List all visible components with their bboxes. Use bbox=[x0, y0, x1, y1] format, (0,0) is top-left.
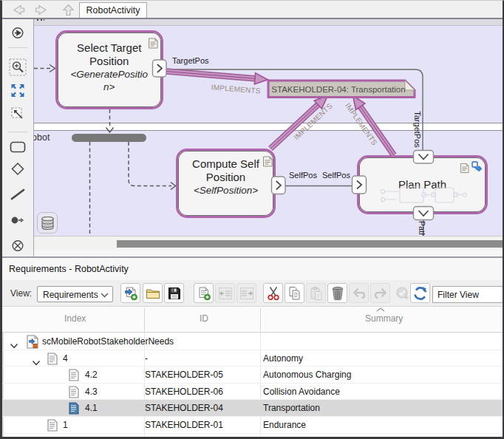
palette-separator bbox=[8, 47, 27, 48]
add-requirement-button[interactable] bbox=[194, 283, 214, 303]
table-header[interactable]: Index ID Summary bbox=[2, 307, 503, 333]
new-requirement-set-button[interactable] bbox=[120, 283, 140, 303]
row-index: 4.1 bbox=[85, 403, 98, 413]
row-summary: Transportation bbox=[263, 403, 320, 413]
row-index: scMobileRobotStakeholderNeeds bbox=[42, 336, 174, 347]
table-row[interactable]: 4.3 STAKEHOLDER-06 Collision Avoidance bbox=[2, 384, 503, 401]
output-port-select-target[interactable] bbox=[153, 60, 167, 77]
promote-requirement-button[interactable] bbox=[215, 283, 235, 303]
implements-label-1: IMPLEMENTS bbox=[211, 83, 261, 95]
requirements-table: Index ID Summary scM bbox=[2, 307, 503, 437]
top-connector-plan-path[interactable] bbox=[414, 151, 434, 164]
selfpos-out-label: SelfPos bbox=[289, 171, 317, 180]
delete-button[interactable] bbox=[327, 283, 347, 303]
requirement-icon bbox=[47, 419, 58, 435]
row-id: STAKEHOLDER-01 bbox=[145, 420, 223, 430]
fit-to-view-icon[interactable] bbox=[11, 84, 25, 101]
row-id: - bbox=[145, 353, 148, 364]
targetpos-label: TargetPos bbox=[172, 56, 209, 65]
stakeholder-badge-label: STAKEHOLDER-04: Transportation bbox=[271, 85, 405, 94]
stakeholder-badge[interactable]: STAKEHOLDER-04: Transportation bbox=[268, 81, 415, 98]
row-id: STAKEHOLDER-06 bbox=[145, 387, 223, 397]
clipped-label-fragment bbox=[37, 19, 44, 21]
save-button[interactable] bbox=[164, 283, 184, 303]
requirement-icon bbox=[69, 386, 79, 401]
column-header-id: ID bbox=[200, 313, 208, 324]
row-index: 4.2 bbox=[85, 370, 98, 380]
column-header-summary: Summary bbox=[365, 313, 403, 324]
column-divider bbox=[260, 308, 261, 331]
sort-ascending-icon bbox=[376, 307, 385, 312]
row-summary: Collision Avoidance bbox=[263, 387, 340, 397]
verify-button[interactable] bbox=[392, 283, 412, 303]
output-port-compute-self[interactable] bbox=[272, 177, 286, 194]
input-port-plan-path[interactable] bbox=[353, 176, 367, 194]
requirement-icon-selected bbox=[69, 402, 79, 418]
tool-palette bbox=[2, 19, 34, 257]
implements-arrow-2 bbox=[270, 96, 328, 149]
requirement-icon bbox=[69, 369, 79, 384]
redo-button[interactable] bbox=[370, 283, 390, 303]
horizontal-scrollbar[interactable] bbox=[34, 236, 503, 251]
row-index: 4 bbox=[63, 353, 68, 364]
paste-button[interactable] bbox=[306, 283, 326, 303]
chevron-down-icon bbox=[101, 293, 109, 298]
initial-node-icon[interactable] bbox=[10, 214, 25, 228]
select-zoom-icon[interactable] bbox=[10, 106, 25, 124]
table-row[interactable]: 4 - Autonomy bbox=[2, 350, 503, 367]
selfpos-in-label: SelfPos bbox=[322, 171, 350, 180]
decision-tool-icon[interactable] bbox=[11, 162, 25, 179]
demote-requirement-button[interactable] bbox=[236, 283, 256, 303]
view-dropdown[interactable]: Requirements bbox=[37, 286, 113, 302]
final-node-icon[interactable] bbox=[12, 239, 24, 255]
targetpos-vertical-label: TargetPos bbox=[413, 111, 422, 148]
tab-robotactivity[interactable]: RobotActivity bbox=[79, 2, 147, 18]
view-dropdown-value: Requirements bbox=[43, 290, 98, 300]
requirement-icon bbox=[47, 353, 58, 368]
row-index: 1 bbox=[63, 420, 68, 430]
table-row[interactable]: 4.2 STAKEHOLDER-05 Autonomous Charging bbox=[2, 367, 503, 384]
overlay-layer: STAKEHOLDER-04: Transportation IMPLEMENT… bbox=[34, 25, 503, 254]
requirements-panel-title: Requirements - RobotActivity bbox=[9, 264, 129, 274]
tab-bar: RobotActivity bbox=[2, 1, 503, 18]
action-tool-icon[interactable] bbox=[10, 141, 26, 156]
filter-view-input[interactable] bbox=[432, 286, 503, 303]
row-id: STAKEHOLDER-05 bbox=[145, 370, 223, 380]
requirements-toolbar: View: Requirements bbox=[2, 280, 503, 307]
column-divider bbox=[144, 308, 145, 331]
table-row[interactable]: scMobileRobotStakeholderNeeds bbox=[2, 333, 503, 350]
implements-arrow-1 bbox=[166, 72, 268, 84]
diagram-drawing-area[interactable]: Robot Path Select Target Position <Gener… bbox=[34, 25, 503, 254]
table-row[interactable]: 1 STAKEHOLDER-01 Endurance bbox=[2, 417, 503, 434]
transition-tool-icon[interactable] bbox=[10, 188, 25, 203]
row-index: 4.3 bbox=[85, 387, 98, 397]
open-button[interactable] bbox=[143, 283, 163, 303]
cut-button[interactable] bbox=[263, 283, 283, 303]
explore-tool-icon[interactable] bbox=[12, 27, 24, 42]
palette-separator bbox=[8, 132, 27, 132]
row-summary: Autonomy bbox=[263, 353, 303, 364]
forward-icon[interactable] bbox=[35, 4, 49, 18]
horizontal-scrollbar-thumb[interactable] bbox=[117, 240, 503, 248]
bottom-connector-plan-path[interactable] bbox=[414, 207, 434, 220]
view-label: View: bbox=[10, 288, 32, 299]
diagram-canvas[interactable]: Robot Path Select Target Position <Gener… bbox=[34, 19, 503, 257]
row-id: STAKEHOLDER-04 bbox=[145, 403, 223, 413]
row-summary: Endurance bbox=[263, 420, 306, 430]
back-icon[interactable] bbox=[11, 4, 25, 18]
column-header-index: Index bbox=[64, 313, 86, 324]
undo-button[interactable] bbox=[349, 283, 369, 303]
requirement-set-icon bbox=[27, 335, 38, 352]
table-row-selected[interactable]: 4.1 STAKEHOLDER-04 Transportation bbox=[2, 400, 503, 417]
row-summary: Autonomous Charging bbox=[263, 370, 351, 380]
zoom-tool-icon[interactable] bbox=[9, 58, 27, 79]
copy-button[interactable] bbox=[285, 283, 304, 303]
up-icon[interactable] bbox=[62, 4, 75, 19]
requirements-panel-header: Requirements - RobotActivity bbox=[2, 258, 503, 281]
refresh-button[interactable] bbox=[410, 283, 430, 303]
application-window: RobotActivity bbox=[0, 0, 504, 439]
